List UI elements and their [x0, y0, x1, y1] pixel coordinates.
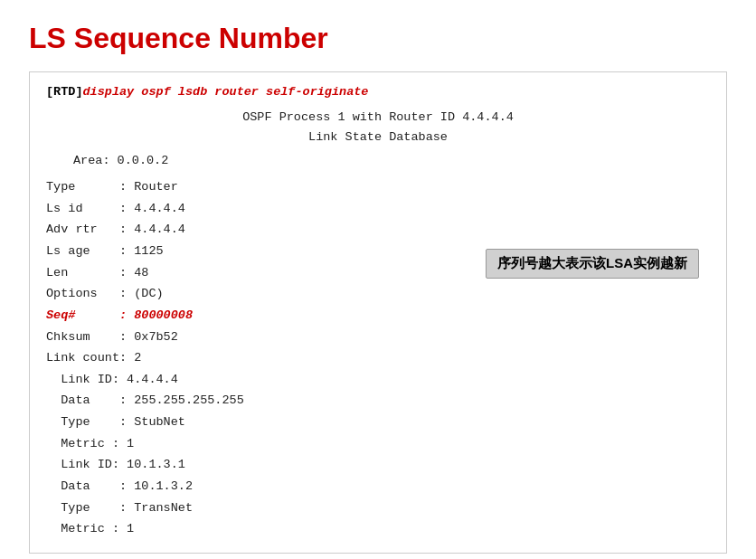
header-line2: Link State Database [46, 128, 710, 147]
lsdb-content: Type : Router Ls id : 4.4.4.4 Adv rtr : … [46, 176, 710, 540]
chksum-row: Chksum : 0x7b52 Link count: 2 Link ID: 4… [46, 330, 244, 536]
area-label: Area: 0.0.0.2 [73, 154, 710, 167]
tooltip-text: 序列号越大表示该LSA实例越新 [497, 255, 687, 270]
seq-row: Seq# : 80000008 [46, 308, 193, 322]
ospf-header: OSPF Process 1 with Router ID 4.4.4.4 Li… [46, 108, 710, 147]
prompt: [RTD] [46, 85, 83, 99]
terminal-box: [RTD]display ospf lsdb router self-origi… [29, 71, 727, 554]
header-line1: OSPF Process 1 with Router ID 4.4.4.4 [46, 108, 710, 128]
page-title: LS Sequence Number [29, 22, 727, 55]
tooltip-label: 序列号越大表示该LSA实例越新 [486, 249, 699, 279]
command-line: [RTD]display ospf lsdb router self-origi… [46, 85, 710, 99]
command-text: display ospf lsdb router self-originate [83, 85, 369, 99]
type-row: Type : Router Ls id : 4.4.4.4 Adv rtr : … [46, 180, 185, 300]
